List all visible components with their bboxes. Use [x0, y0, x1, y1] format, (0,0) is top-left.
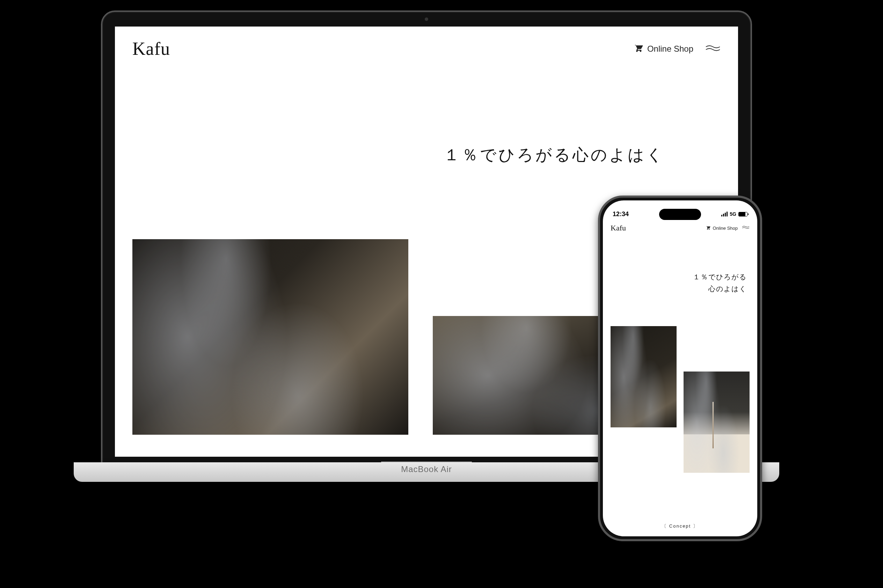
desktop-nav: Online Shop	[633, 43, 721, 55]
paren-right: 〕	[693, 524, 698, 529]
section-label: Concept	[669, 524, 691, 529]
tagline-line-1: １％でひろがる	[603, 271, 747, 283]
status-right-cluster: 5G	[721, 211, 748, 217]
online-shop-link[interactable]: Online Shop	[633, 43, 693, 55]
online-shop-link[interactable]: Online Shop	[706, 225, 738, 231]
shop-link-label: Online Shop	[647, 44, 693, 54]
menu-wave-icon[interactable]	[705, 43, 721, 54]
iphone-device: 12:34 5G Kafu Online Shop	[598, 195, 762, 541]
battery-icon	[738, 212, 748, 216]
hero-image-row	[603, 326, 757, 473]
hero-tagline: １％でひろがる 心のよはく	[603, 271, 757, 295]
cart-icon	[706, 225, 710, 231]
status-time: 12:34	[613, 210, 629, 218]
hero-image-incense	[683, 372, 749, 473]
tagline-line-2: 心のよはく	[603, 283, 747, 295]
section-nav-footer[interactable]: 〔 Concept 〕	[603, 523, 757, 530]
dynamic-island	[659, 209, 701, 220]
iphone-viewport: 12:34 5G Kafu Online Shop	[603, 200, 757, 536]
signal-icon	[721, 212, 728, 216]
desktop-header: Kafu Online Shop	[115, 27, 738, 71]
site-logo[interactable]: Kafu	[611, 224, 626, 232]
mobile-header: Kafu Online Shop	[603, 220, 757, 232]
site-logo[interactable]: Kafu	[132, 38, 170, 59]
macbook-camera	[425, 18, 428, 21]
paren-left: 〔	[662, 524, 667, 529]
shop-link-label: Online Shop	[713, 226, 738, 231]
cart-icon	[633, 43, 643, 55]
hero-image-smoke-1	[611, 326, 677, 428]
menu-wave-icon[interactable]	[742, 225, 749, 231]
hero-tagline: １％でひろがる心のよはく	[115, 144, 738, 166]
hero-image-smoke-1	[132, 239, 408, 435]
mobile-nav: Online Shop	[706, 225, 749, 231]
network-label: 5G	[730, 211, 736, 217]
